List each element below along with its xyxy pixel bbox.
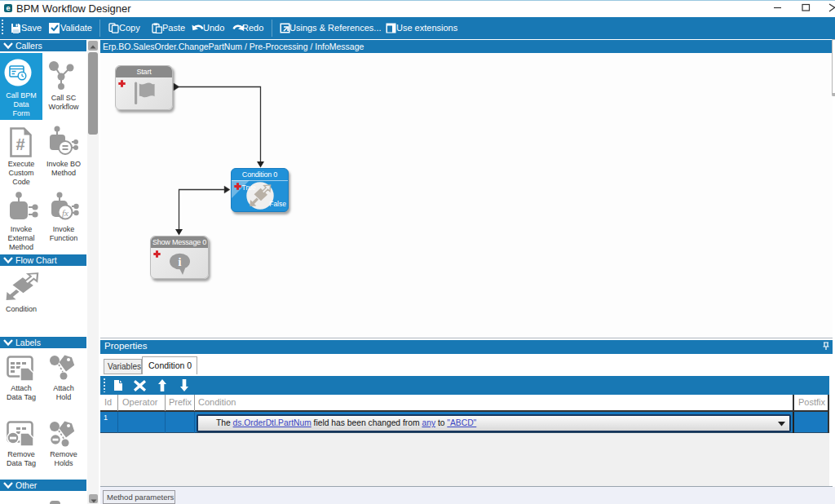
svg-text:fx: fx xyxy=(62,208,68,218)
svg-text:#: # xyxy=(15,135,24,153)
svg-text:i: i xyxy=(179,256,182,268)
